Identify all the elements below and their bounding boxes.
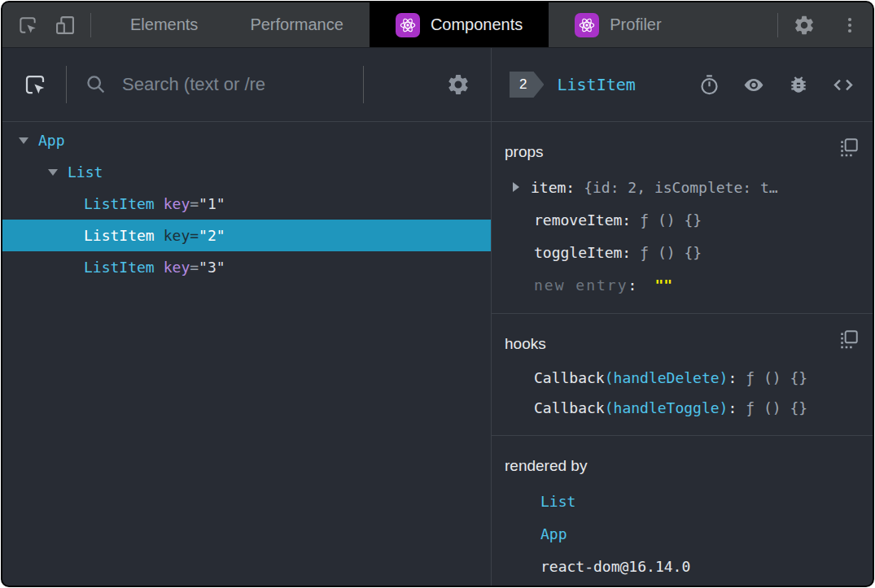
inspector-panel: 2 ListItem xyxy=(492,48,873,586)
props-section-title: props xyxy=(505,143,858,161)
toolbar-left xyxy=(2,2,104,47)
toolbar-divider xyxy=(90,13,91,37)
copy-hooks-icon[interactable] xyxy=(838,329,860,350)
tab-elements-label: Elements xyxy=(130,15,198,34)
suspend-timer-icon[interactable] xyxy=(698,73,720,96)
devtools-toolbar: Elements Performance Components xyxy=(2,2,873,48)
inspect-element-icon[interactable] xyxy=(15,13,40,37)
components-panel: App List ListItem key="1" ListItem key="… xyxy=(2,48,873,586)
tab-elements[interactable]: Elements xyxy=(104,2,224,47)
toolbar-right xyxy=(766,2,873,47)
hooks-section: hooks Callback(handleDelete): ƒ () {} xyxy=(492,314,873,436)
component-name: App xyxy=(38,132,65,149)
component-name: List xyxy=(68,163,103,181)
owners-index-badge[interactable]: 2 xyxy=(510,72,544,98)
rendered-by-section: rendered by List App react-dom@16.14.0 xyxy=(492,436,873,586)
key-attribute: key="2" xyxy=(164,227,225,244)
overflow-menu-icon[interactable] xyxy=(835,11,864,40)
tree-row-app[interactable]: App xyxy=(2,124,491,156)
log-bug-icon[interactable] xyxy=(787,73,810,96)
tree-row-listitem-1[interactable]: ListItem key="1" xyxy=(2,188,491,220)
tab-performance[interactable]: Performance xyxy=(224,2,370,47)
hooks-list: Callback(handleDelete): ƒ () {} Callback… xyxy=(505,363,858,423)
toolbar-divider xyxy=(363,66,364,103)
settings-gear-icon[interactable] xyxy=(790,11,819,40)
new-entry-value-input[interactable]: "" xyxy=(654,277,672,294)
tree-panel: App List ListItem key="1" ListItem key="… xyxy=(2,48,492,586)
view-source-code-icon[interactable] xyxy=(832,73,855,96)
toolbar-divider xyxy=(66,66,67,103)
tab-profiler[interactable]: Profiler xyxy=(549,2,687,47)
chevron-down-icon[interactable] xyxy=(48,169,58,176)
hook-colon: : xyxy=(728,369,737,386)
tree-row-listitem-2-selected[interactable]: ListItem key="2" xyxy=(2,220,491,251)
prop-value: {id: 2, isComplete: t… xyxy=(584,179,777,196)
prop-row-removeitem[interactable]: removeItem: ƒ () {} xyxy=(505,203,858,236)
new-entry-colon: : xyxy=(628,277,637,294)
rendered-by-title: rendered by xyxy=(505,457,858,475)
props-section: props item: {id: 2, isComplete: t… xyxy=(492,122,873,314)
hook-row-handledelete[interactable]: Callback(handleDelete): ƒ () {} xyxy=(505,363,858,393)
tree-toolbar xyxy=(2,48,491,122)
prop-row-new-entry[interactable]: new entry: "" xyxy=(505,268,858,301)
component-tree: App List ListItem key="1" ListItem key="… xyxy=(2,122,491,586)
rendered-by-list: List App react-dom@16.14.0 xyxy=(505,485,858,582)
prop-name: item: xyxy=(531,179,575,196)
inspector-header: 2 ListItem xyxy=(492,48,873,122)
chevron-right-icon[interactable] xyxy=(513,182,519,192)
tab-components-label: Components xyxy=(431,15,523,34)
inspector-actions xyxy=(698,73,855,96)
pick-component-icon[interactable] xyxy=(22,72,48,98)
hook-name: (handleToggle) xyxy=(605,399,728,416)
component-name: ListItem xyxy=(84,195,155,212)
owner-link-list[interactable]: List xyxy=(540,493,575,510)
hook-type: Callback xyxy=(534,369,605,386)
renderer-version: react-dom@16.14.0 xyxy=(540,558,690,575)
react-logo-icon xyxy=(396,13,420,37)
device-toolbar-icon[interactable] xyxy=(53,13,77,37)
tab-components[interactable]: Components xyxy=(370,2,549,47)
hooks-section-title: hooks xyxy=(505,335,858,353)
prop-row-toggleitem[interactable]: toggleItem: ƒ () {} xyxy=(505,236,858,268)
owner-row[interactable]: App xyxy=(505,517,858,550)
copy-props-icon[interactable] xyxy=(838,137,860,158)
prop-value: ƒ () {} xyxy=(640,244,702,261)
prop-name: toggleItem: xyxy=(534,244,631,261)
tab-performance-label: Performance xyxy=(250,15,343,34)
chevron-down-icon[interactable] xyxy=(19,137,28,144)
hook-value: ƒ () {} xyxy=(746,399,807,416)
tree-row-list[interactable]: List xyxy=(2,156,491,188)
key-attribute: key="3" xyxy=(164,259,225,276)
new-entry-label[interactable]: new entry xyxy=(534,277,628,294)
hook-colon: : xyxy=(728,399,737,416)
tree-row-listitem-3[interactable]: ListItem key="3" xyxy=(2,251,491,283)
inspect-dom-eye-icon[interactable] xyxy=(742,73,765,96)
tab-profiler-label: Profiler xyxy=(610,15,661,34)
hook-name: (handleDelete) xyxy=(605,369,728,386)
prop-row-item[interactable]: item: {id: 2, isComplete: t… xyxy=(505,171,858,203)
prop-value: ƒ () {} xyxy=(640,211,702,229)
search-input[interactable] xyxy=(122,74,357,95)
selected-component-title: ListItem xyxy=(557,75,635,94)
component-name: ListItem xyxy=(84,259,155,276)
prop-name: removeItem: xyxy=(534,211,631,229)
hook-type: Callback xyxy=(534,399,605,416)
devtools-window: Elements Performance Components xyxy=(1,1,874,587)
owner-link-app[interactable]: App xyxy=(540,525,567,542)
hook-row-handletoggle[interactable]: Callback(handleToggle): ƒ () {} xyxy=(505,393,858,423)
toolbar-divider xyxy=(777,13,778,37)
props-list: item: {id: 2, isComplete: t… removeItem:… xyxy=(505,171,858,301)
hook-value: ƒ () {} xyxy=(746,369,807,386)
key-attribute: key="1" xyxy=(164,195,225,212)
owner-row[interactable]: List xyxy=(505,485,858,517)
owner-row: react-dom@16.14.0 xyxy=(505,550,858,582)
react-logo-icon xyxy=(575,13,599,37)
component-name: ListItem xyxy=(84,227,155,244)
search-icon xyxy=(85,73,107,96)
view-settings-gear-icon[interactable] xyxy=(445,72,471,98)
